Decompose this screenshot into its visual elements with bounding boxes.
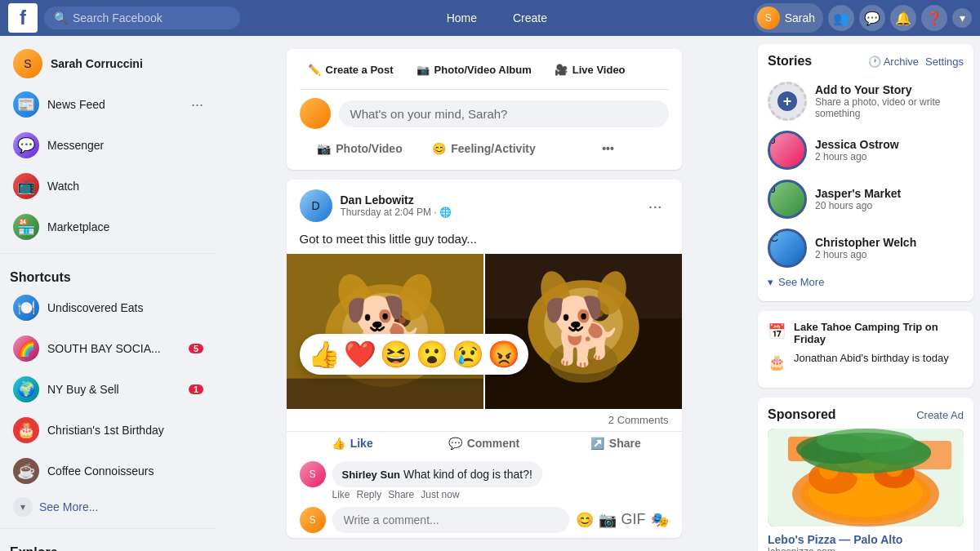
help-icon[interactable]: ❓ [921, 5, 947, 31]
comment-reply[interactable]: Reply [357, 489, 382, 500]
add-story-item[interactable]: + Add to Your Story Share a photo, video… [768, 77, 964, 126]
create-ad-button[interactable]: Create Ad [916, 409, 964, 421]
nybuy-icon: 🌍 [13, 376, 39, 402]
camera-icon: 📷 [317, 142, 331, 155]
story-name: Christopher Welch [815, 236, 964, 249]
sidebar-shortcut-coffee[interactable]: ☕ Coffee Connoisseurs [3, 451, 213, 491]
shortcuts-see-more[interactable]: ▾ See More... [3, 492, 213, 522]
post-more-button[interactable]: ··· [642, 193, 669, 219]
like-button[interactable]: 👍 Like [287, 432, 418, 455]
more-options-icon[interactable]: ··· [191, 96, 203, 113]
svg-point-23 [549, 340, 617, 382]
chevron-down-icon: ▾ [13, 497, 33, 517]
comment-author[interactable]: Shirley Sun [342, 469, 401, 481]
event-text: Lake Tahoe Camping Trip on Friday [794, 321, 964, 345]
photo-album-button[interactable]: 📷 Photo/Video Album [408, 59, 540, 81]
gif-icon[interactable]: GIF [621, 511, 646, 529]
comment-like[interactable]: Like [332, 489, 350, 500]
comment-input-icons: 😊 📷 GIF 🎭 [576, 511, 669, 529]
thumbs-up-icon: 👍 [332, 437, 345, 450]
story-jasper[interactable]: J Jasper's Market 20 hours ago [768, 175, 964, 224]
logo-letter: f [20, 7, 26, 29]
user-button[interactable]: S Sarah [754, 3, 823, 33]
explore-title: Explore [0, 535, 216, 551]
post-author-name[interactable]: Dan Lebowitz [341, 193, 642, 207]
feeling-option[interactable]: 😊 Feeling/Activity [424, 137, 545, 160]
nav-home[interactable]: Home [430, 5, 493, 31]
nav-create[interactable]: Create [497, 5, 564, 31]
photo-video-option[interactable]: 📷 Photo/Video [300, 137, 421, 160]
love-reaction[interactable]: ❤️ [344, 339, 376, 370]
chevron-down-icon[interactable]: ▾ [952, 8, 972, 28]
reaction-popup[interactable]: 👍 ❤️ 😆 😮 😢 😡 [300, 334, 528, 375]
sponsored-url: lebospizza.com [768, 546, 964, 551]
user-name: Sarah [785, 11, 815, 24]
svg-point-40 [817, 429, 915, 453]
more-options[interactable]: ••• [548, 137, 669, 160]
sidebar-item-label: Watch [47, 180, 203, 193]
camera-icon[interactable]: 📷 [599, 511, 617, 529]
sidebar-item-marketplace[interactable]: 🏪 Marketplace [3, 207, 213, 247]
settings-button[interactable]: Settings [925, 56, 964, 68]
sidebar-user[interactable]: S Sarah Corruccini [3, 42, 213, 85]
sticker-icon[interactable]: 🎭 [651, 511, 669, 529]
dog-image-1 [287, 254, 483, 409]
sidebar-shortcut-nybuy[interactable]: 🌍 NY Buy & Sell 1 [3, 370, 213, 409]
emoji-icon[interactable]: 😊 [576, 511, 594, 529]
story-jessica[interactable]: J Jessica Ostrow 2 hours ago [768, 126, 964, 175]
sidebar-shortcut-christian[interactable]: 🎂 Christian's 1st Birthday [3, 411, 213, 450]
live-video-button[interactable]: 🎥 Live Video [546, 59, 634, 81]
comment-share[interactable]: Share [388, 489, 414, 500]
marketplace-icon: 🏪 [13, 214, 39, 240]
svg-point-16 [558, 302, 577, 321]
header-right: S Sarah 👥 💬 🔔 ❓ ▾ [754, 3, 972, 33]
sponsored-section: Sponsored Create Ad [758, 398, 973, 551]
post-input-row: What's on your mind, Sarah? [300, 98, 669, 129]
comments-count[interactable]: 2 Comments [608, 414, 669, 426]
like-reaction[interactable]: 👍 [308, 339, 341, 370]
search-input[interactable] [73, 11, 230, 24]
shortcut-label: SOUTH BAY SOCIA... [47, 342, 180, 355]
svg-point-20 [568, 325, 599, 347]
chevron-down-icon: ▾ [768, 276, 773, 288]
svg-point-22 [596, 310, 603, 317]
post-card: D Dan Lebowitz Thursday at 2:04 PM · 🌐 ·… [287, 180, 682, 538]
notifications-icon[interactable]: 🔔 [890, 5, 916, 31]
comment-button[interactable]: 💬 Comment [418, 432, 550, 455]
sidebar-left: S Sarah Corruccini 📰 News Feed ··· 💬 Mes… [0, 36, 216, 551]
sidebar-item-watch[interactable]: 📺 Watch [3, 167, 213, 206]
share-button[interactable]: ↗️ Share [550, 432, 681, 455]
sad-reaction[interactable]: 😢 [452, 339, 484, 370]
event-birthday[interactable]: 🎂 Jonathan Abid's birthday is today [768, 352, 964, 371]
see-more-stories[interactable]: ▾ See More [768, 273, 964, 291]
haha-reaction[interactable]: 😆 [380, 339, 412, 370]
comment-input[interactable] [332, 507, 569, 533]
southbay-icon: 🌈 [13, 335, 39, 362]
angry-reaction[interactable]: 😡 [488, 339, 520, 370]
friends-icon[interactable]: 👥 [828, 5, 854, 31]
story-info: Christopher Welch 2 hours ago [815, 236, 964, 260]
wow-reaction[interactable]: 😮 [416, 339, 448, 370]
create-post-button[interactable]: ✏️ Create a Post [300, 59, 402, 81]
reactions-bar: 2 Comments [287, 409, 682, 432]
add-story-sub: Share a photo, video or write something [815, 96, 964, 119]
post-input[interactable]: What's on your mind, Sarah? [339, 100, 669, 127]
archive-button[interactable]: 🕐 Archive [868, 56, 919, 68]
sidebar-shortcut-undiscovered[interactable]: 🍽️ Undiscovered Eats [3, 288, 213, 327]
shortcut-label: Coffee Connoisseurs [47, 464, 203, 478]
sidebar-shortcut-southbay[interactable]: 🌈 SOUTH BAY SOCIA... 5 [3, 329, 213, 368]
main-feed: ✏️ Create a Post 📷 Photo/Video Album 🎥 L… [280, 36, 688, 551]
shortcut-label: Christian's 1st Birthday [47, 424, 203, 437]
add-story-button[interactable]: + [768, 82, 807, 121]
stories-header: Stories 🕐 Archive Settings [768, 54, 964, 69]
pencil-icon: ✏️ [308, 64, 321, 76]
event-lake-tahoe[interactable]: 📅 Lake Tahoe Camping Trip on Friday [768, 321, 964, 345]
search-bar[interactable]: 🔍 [44, 7, 240, 29]
story-christopher[interactable]: C Christopher Welch 2 hours ago [768, 224, 964, 273]
sponsored-name[interactable]: Lebo's Pizza — Palo Alto [768, 533, 964, 546]
sidebar-item-news-feed[interactable]: 📰 News Feed ··· [3, 85, 213, 124]
sidebar-item-messenger[interactable]: 💬 Messenger [3, 126, 213, 165]
messenger-icon[interactable]: 💬 [859, 5, 885, 31]
facebook-logo[interactable]: f [8, 3, 38, 33]
sponsored-image[interactable] [768, 429, 964, 527]
